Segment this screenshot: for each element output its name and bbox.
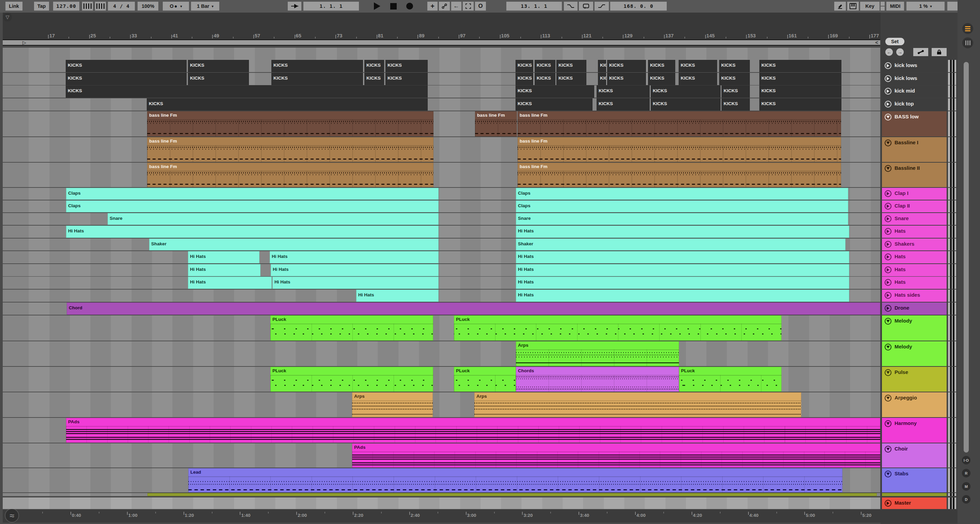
clip-bass line Fm[interactable]: bass line Fm (147, 111, 433, 137)
clip-PLuck[interactable]: PLuck (270, 367, 433, 392)
track-fold-icon[interactable] (885, 420, 891, 427)
nudge-down-button[interactable] (82, 2, 93, 11)
nudge-up-button[interactable] (95, 2, 106, 11)
key-map-mode-button[interactable]: Key (860, 2, 880, 11)
clip-Hi Hats[interactable]: Hi Hats (270, 251, 439, 264)
track-header-Hats-12[interactable]: Hats (882, 251, 947, 264)
loop-start-field[interactable]: 13. 1. 1 (506, 2, 562, 11)
track-header-Melody-17[interactable]: Melody (882, 315, 947, 341)
clip-KICKS[interactable]: KICKS (364, 60, 384, 72)
clip-Arps[interactable]: Arps (516, 341, 679, 366)
track-play-icon[interactable] (885, 500, 891, 507)
clip-Lead[interactable]: Lead (188, 468, 842, 492)
clip-KICKS[interactable]: KICKS (515, 60, 533, 72)
clip-Hi Hats[interactable]: Hi Hats (516, 225, 849, 238)
clip-KICKS[interactable]: KICKS (385, 60, 428, 72)
clip-Hi Hats[interactable]: Hi Hats (516, 264, 849, 276)
clip-Shaker[interactable]: Shaker (149, 238, 439, 251)
prev-locator-button[interactable]: ← (885, 48, 893, 56)
clip-KICKS[interactable]: KICKS (188, 73, 249, 85)
stop-button[interactable] (387, 2, 400, 11)
clip-PAds[interactable]: PAds (352, 443, 880, 467)
clip-KICKS[interactable]: KICKS (598, 60, 606, 72)
clip-Claps[interactable]: Claps (516, 200, 848, 212)
track-header-Pulse-19[interactable]: Pulse (882, 367, 947, 392)
draw-mode-button[interactable] (834, 2, 846, 11)
key-split-button[interactable] (881, 2, 885, 6)
track-header-Bassline II-6[interactable]: Bassline II (882, 163, 947, 187)
track-play-icon[interactable] (885, 203, 891, 210)
track-play-icon[interactable] (885, 267, 891, 273)
track-header-Arpeggio-20[interactable]: Arpeggio (882, 392, 947, 417)
show-io-button[interactable]: I·O (962, 456, 970, 464)
loop-end-marker-icon[interactable]: < (875, 40, 878, 45)
punch-in-button[interactable] (564, 2, 578, 11)
tempo-field[interactable]: 127.00 (53, 2, 80, 11)
clip-PLuck[interactable]: PLuck (679, 367, 781, 392)
track-fold-icon[interactable] (885, 395, 891, 402)
midi-map-mode-button[interactable]: MIDI (886, 2, 904, 11)
link-track-button[interactable] (913, 48, 928, 56)
track-header-Choir-22[interactable]: Choir (882, 443, 947, 467)
clip-KICKS[interactable]: KICKS (722, 86, 750, 98)
track-header-clip-24[interactable] (882, 493, 947, 496)
clip-Claps[interactable]: Claps (66, 188, 439, 200)
clip-KICKS[interactable]: KICKS (759, 60, 842, 72)
clip-Hi Hats[interactable]: Hi Hats (516, 276, 849, 289)
clip-bass line Fm[interactable]: bass line Fm (518, 163, 841, 187)
track-header-BASS low-4[interactable]: BASS low (882, 111, 947, 137)
clip-Arps[interactable]: Arps (352, 392, 433, 417)
clip-Claps[interactable]: Claps (66, 200, 439, 212)
track-fold-icon[interactable] (885, 318, 891, 325)
follow-button[interactable] (288, 2, 301, 11)
track-header-Hats-13[interactable]: Hats (882, 264, 947, 276)
clip-KICKS[interactable]: KICKS (719, 60, 750, 72)
clip-KICKS[interactable]: KICKS (385, 73, 428, 85)
track-play-icon[interactable] (885, 254, 891, 260)
computer-midi-keyboard-button[interactable] (847, 2, 859, 11)
show-detail-button[interactable]: D (962, 495, 970, 503)
loop-shape-button[interactable]: O (475, 2, 486, 11)
clip-Hi Hats[interactable]: Hi Hats (188, 276, 272, 289)
clip-Claps[interactable]: Claps (516, 188, 848, 200)
clip-KICKS[interactable]: KICKS (759, 73, 842, 85)
clip-Hi Hats[interactable]: Hi Hats (188, 251, 259, 264)
clip-KICKS[interactable]: KICKS (679, 73, 717, 85)
clip-bass line Fm[interactable]: bass line Fm (518, 137, 841, 162)
clip-Snare[interactable]: Snare (108, 213, 439, 225)
track-header-kick lows-1[interactable]: kick lows (882, 73, 947, 85)
track-header-kick mid-2[interactable]: kick mid (882, 86, 947, 98)
clip-Arps[interactable]: Arps (474, 392, 801, 417)
track-header-Stabs-23[interactable]: Stabs (882, 468, 947, 492)
play-button[interactable] (369, 2, 385, 11)
track-fold-icon[interactable] (885, 446, 891, 453)
next-locator-button[interactable]: → (896, 48, 904, 56)
clip-KICKS[interactable]: KICKS (759, 98, 842, 111)
cpu-meter[interactable]: 1 %▾ (907, 2, 945, 11)
clip-Hi Hats[interactable]: Hi Hats (356, 289, 439, 302)
clip-KICKS[interactable]: KICKS (648, 73, 675, 85)
track-header-Snare-9[interactable]: Snare (882, 213, 947, 225)
track-header-Hats sides-15[interactable]: Hats sides (882, 289, 947, 302)
scrub-area[interactable]: ▷ < (3, 40, 880, 46)
track-fold-icon[interactable] (885, 369, 891, 376)
clip-KICKS[interactable]: KICKS (679, 60, 717, 72)
track-play-icon[interactable] (885, 88, 891, 95)
clip-KICKS[interactable]: KICKS (719, 73, 750, 85)
set-locator-button[interactable]: Set (885, 38, 904, 45)
clip-bass line Fm[interactable]: bass line Fm (147, 137, 433, 162)
quantize-menu[interactable]: 100% (138, 2, 158, 11)
clip-Hi Hats[interactable]: Hi Hats (188, 264, 261, 276)
arrangement-position-field[interactable]: 1. 1. 1 (304, 2, 359, 11)
time-ruler[interactable]: 0:401:001:201:402:002:202:403:003:203:40… (3, 510, 958, 522)
clip-KICKS[interactable]: KICKS (759, 86, 842, 98)
clip-KICKS[interactable]: KICKS (557, 60, 586, 72)
loop-length-field[interactable]: 168. 0. 0 (610, 2, 667, 11)
track-fold-icon[interactable] (885, 344, 891, 351)
clip-Hi Hats[interactable]: Hi Hats (272, 276, 439, 289)
clip-Hi Hats[interactable]: Hi Hats (516, 289, 849, 302)
show-returns-button[interactable]: R (962, 469, 970, 477)
metronome-button[interactable]: O●▾ (163, 2, 189, 11)
track-play-icon[interactable] (885, 62, 891, 69)
clip-untitled[interactable] (148, 493, 877, 496)
